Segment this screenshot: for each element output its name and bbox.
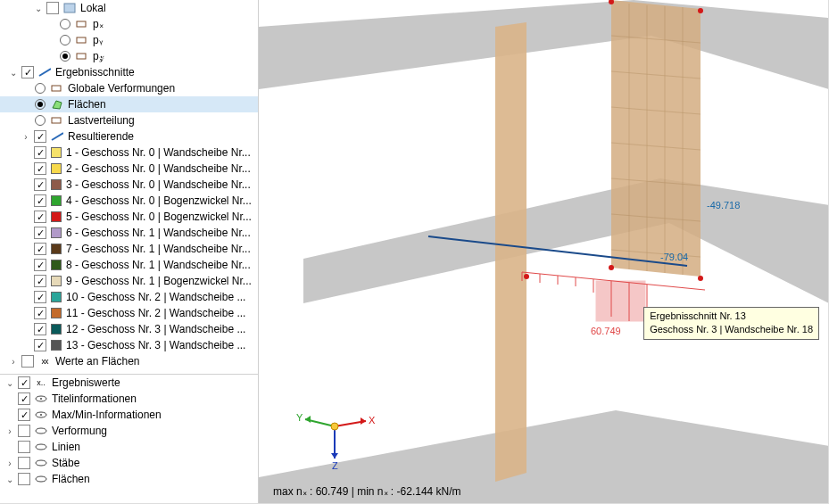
radio[interactable] bbox=[60, 19, 70, 29]
tree-node-verformung[interactable]: › Verformung bbox=[0, 423, 258, 439]
tree-node-section-item[interactable]: 1 - Geschoss Nr. 0 | Wandscheibe Nr... bbox=[0, 145, 258, 161]
tree-node-section-item[interactable]: 4 - Geschoss Nr. 0 | Bogenzwickel Nr... bbox=[0, 193, 258, 209]
tree-node-pz[interactable]: p𝓏 bbox=[0, 48, 258, 64]
navigator-tree-lower[interactable]: ⌄ x.. Ergebniswerte Titelinformationen M… bbox=[0, 375, 258, 503]
svg-rect-0 bbox=[64, 4, 75, 12]
tree-node-linien[interactable]: Linien bbox=[0, 439, 258, 455]
checkbox[interactable] bbox=[34, 130, 46, 143]
tree-node-staebe[interactable]: › Stäbe bbox=[0, 455, 258, 471]
tree-node-section-item[interactable]: 8 - Geschoss Nr. 1 | Wandscheibe Nr... bbox=[0, 257, 258, 273]
node-label: 5 - Geschoss Nr. 0 | Bogenzwickel Nr... bbox=[64, 211, 252, 223]
axis-x-label: X bbox=[369, 415, 375, 426]
tree-node-titelinformationen[interactable]: Titelinformationen bbox=[0, 391, 258, 407]
checkbox[interactable] bbox=[34, 194, 46, 207]
expander-icon[interactable]: ⌄ bbox=[32, 2, 45, 14]
tree-node-px[interactable]: pₓ bbox=[0, 16, 258, 32]
tree-node-werte-an-flaechen[interactable]: › xx Werte an Flächen bbox=[0, 353, 258, 369]
checkbox[interactable] bbox=[18, 376, 30, 389]
load-icon bbox=[76, 19, 88, 29]
tree-node-ergebnisschnitte[interactable]: ⌄ Ergebnisschnitte bbox=[0, 64, 258, 80]
checkbox[interactable] bbox=[34, 275, 46, 287]
tree-node-section-item[interactable]: 3 - Geschoss Nr. 0 | Wandscheibe Nr... bbox=[0, 177, 258, 193]
svg-point-55 bbox=[331, 423, 338, 430]
checkbox[interactable] bbox=[18, 409, 30, 421]
checkbox[interactable] bbox=[34, 162, 46, 175]
color-swatch bbox=[51, 163, 62, 174]
color-swatch bbox=[51, 308, 62, 318]
color-swatch bbox=[51, 292, 62, 302]
checkbox[interactable] bbox=[34, 307, 46, 319]
node-label: Linien bbox=[50, 441, 80, 453]
surface-icon bbox=[51, 99, 63, 110]
info-icon bbox=[35, 409, 47, 420]
tree-node-section-item[interactable]: 6 - Geschoss Nr. 1 | Wandscheibe Nr... bbox=[0, 225, 258, 241]
checkbox[interactable] bbox=[34, 291, 46, 303]
info-icon bbox=[35, 426, 47, 436]
color-swatch bbox=[51, 260, 62, 270]
checkbox[interactable] bbox=[34, 243, 46, 255]
tree-node-lastverteilung[interactable]: Lastverteilung bbox=[0, 112, 258, 128]
svg-line-8 bbox=[52, 133, 63, 140]
radio[interactable] bbox=[35, 115, 46, 126]
checkbox[interactable] bbox=[34, 259, 46, 271]
tree-node-globale-verformungen[interactable]: Globale Verformungen bbox=[0, 80, 258, 96]
checkbox[interactable] bbox=[34, 323, 46, 335]
3d-viewport[interactable]: -49.718 -79.04 60.749 Ergebnisschnitt Nr… bbox=[259, 0, 828, 503]
tree-node-maxmin[interactable]: Max/Min-Informationen bbox=[0, 407, 258, 423]
node-label: 10 - Geschoss Nr. 2 | Wandscheibe ... bbox=[64, 291, 245, 303]
color-swatch bbox=[51, 340, 62, 351]
navigator-tree-upper[interactable]: ⌄ Lokal pₓ pᵧ p𝓏 bbox=[0, 0, 258, 375]
checkbox[interactable] bbox=[34, 339, 46, 351]
expander-icon[interactable]: › bbox=[7, 355, 20, 368]
checkbox[interactable] bbox=[18, 392, 30, 405]
checkbox[interactable] bbox=[21, 355, 34, 368]
axis-gizmo[interactable]: X Y Z bbox=[294, 400, 375, 471]
tree-node-section-item[interactable]: 2 - Geschoss Nr. 0 | Wandscheibe Nr... bbox=[0, 161, 258, 177]
expander-icon[interactable]: ⌄ bbox=[7, 66, 20, 78]
radio[interactable] bbox=[35, 83, 46, 94]
checkbox[interactable] bbox=[34, 227, 46, 239]
distribution-icon bbox=[51, 115, 63, 126]
expander-icon[interactable]: › bbox=[4, 425, 16, 437]
expander-icon[interactable]: ⌄ bbox=[4, 376, 16, 389]
checkbox[interactable] bbox=[34, 146, 46, 159]
tree-node-section-item[interactable]: 10 - Geschoss Nr. 2 | Wandscheibe ... bbox=[0, 289, 258, 305]
tree-node-lokal[interactable]: ⌄ Lokal bbox=[0, 0, 258, 16]
radio[interactable] bbox=[60, 35, 70, 45]
tree-node-section-item[interactable]: 12 - Geschoss Nr. 3 | Wandscheibe ... bbox=[0, 321, 258, 337]
checkbox[interactable] bbox=[18, 473, 30, 485]
svg-rect-1 bbox=[77, 21, 86, 27]
tree-node-section-item[interactable]: 5 - Geschoss Nr. 0 | Bogenzwickel Nr... bbox=[0, 209, 258, 225]
tree-node-py[interactable]: pᵧ bbox=[0, 32, 258, 48]
svg-rect-7 bbox=[52, 118, 61, 123]
expander-icon[interactable]: › bbox=[20, 130, 32, 143]
tree-node-ergebniswerte[interactable]: ⌄ x.. Ergebniswerte bbox=[0, 375, 258, 391]
color-swatch bbox=[51, 195, 62, 206]
color-swatch bbox=[51, 147, 62, 158]
node-label: Stäbe bbox=[50, 457, 79, 469]
node-label: Lastverteilung bbox=[66, 114, 135, 127]
svg-rect-43 bbox=[596, 281, 645, 321]
checkbox[interactable] bbox=[18, 425, 30, 437]
svg-point-14 bbox=[36, 444, 46, 450]
tree-node-section-item[interactable]: 13 - Geschoss Nr. 3 | Wandscheibe ... bbox=[0, 337, 258, 353]
checkbox[interactable] bbox=[46, 2, 59, 14]
tree-node-section-item[interactable]: 11 - Geschoss Nr. 2 | Wandscheibe ... bbox=[0, 305, 258, 321]
expander-icon[interactable]: › bbox=[4, 457, 16, 469]
tree-node-flaechen[interactable]: Flächen bbox=[0, 96, 258, 112]
tree-node-section-item[interactable]: 7 - Geschoss Nr. 1 | Wandscheibe Nr... bbox=[0, 241, 258, 257]
checkbox[interactable] bbox=[34, 178, 46, 191]
tree-node-flaechen-lower[interactable]: ⌄ Flächen bbox=[0, 471, 258, 487]
deform-icon bbox=[51, 83, 63, 94]
checkbox[interactable] bbox=[34, 211, 46, 223]
tree-node-resultierende[interactable]: › Resultierende bbox=[0, 128, 258, 145]
value-label: -49.718 bbox=[707, 200, 740, 211]
checkbox[interactable] bbox=[21, 66, 34, 78]
tree-node-section-item[interactable]: 9 - Geschoss Nr. 1 | Bogenzwickel Nr... bbox=[0, 273, 258, 289]
checkbox[interactable] bbox=[18, 457, 30, 469]
radio[interactable] bbox=[60, 51, 70, 62]
svg-rect-3 bbox=[77, 54, 86, 59]
checkbox[interactable] bbox=[18, 441, 30, 453]
expander-icon[interactable]: ⌄ bbox=[4, 473, 16, 485]
radio[interactable] bbox=[35, 99, 46, 110]
